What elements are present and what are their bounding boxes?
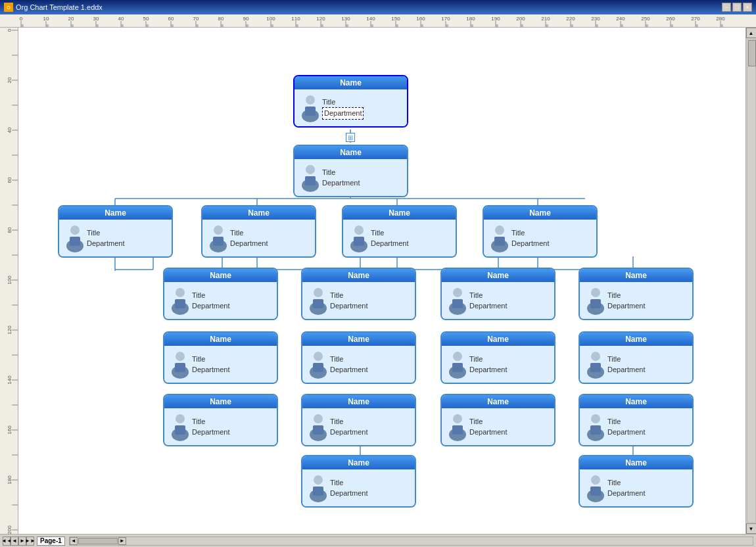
l3-11-avatar bbox=[446, 412, 469, 441]
l3-2-header: Name bbox=[302, 269, 415, 282]
horizontal-scrollbar[interactable]: ◄ ► bbox=[69, 536, 753, 546]
l2-2-node[interactable]: Name Title Department bbox=[201, 205, 316, 258]
l4-2-header: Name bbox=[580, 456, 692, 469]
svg-rect-406 bbox=[313, 299, 323, 308]
l1-node[interactable]: Name Title Department bbox=[293, 145, 408, 197]
close-button[interactable]: × bbox=[743, 3, 752, 12]
scroll-up-button[interactable]: ▲ bbox=[746, 28, 757, 38]
scroll-down-button[interactable]: ▼ bbox=[746, 523, 757, 534]
svg-text:10: 10 bbox=[43, 16, 49, 22]
l3-7-node[interactable]: Name Title Department bbox=[440, 331, 555, 384]
l3-10-info: Title Department bbox=[330, 416, 367, 438]
hscroll-left-button[interactable]: ◄ bbox=[70, 537, 78, 545]
page-nav[interactable]: ◄◄ ◄ ► ►► bbox=[3, 536, 34, 546]
svg-text:20: 20 bbox=[7, 77, 12, 83]
l3-6-node[interactable]: Name Title Department bbox=[301, 331, 416, 384]
l3-3-node[interactable]: Name Title Department bbox=[440, 268, 555, 320]
hscroll-thumb[interactable] bbox=[78, 538, 118, 544]
svg-text:200: 200 bbox=[516, 16, 525, 22]
l1-avatar bbox=[298, 163, 322, 192]
l2-4-avatar bbox=[488, 224, 511, 252]
l3-1-node[interactable]: Name Title Department bbox=[163, 268, 278, 320]
root-node-header: Name bbox=[295, 76, 407, 89]
svg-point-440 bbox=[591, 475, 600, 485]
nav-prev-button[interactable]: ◄ bbox=[11, 536, 18, 546]
l1-node-header: Name bbox=[295, 146, 407, 159]
l3-11-node[interactable]: Name Title Department bbox=[440, 394, 555, 446]
nav-last-button[interactable]: ►► bbox=[26, 536, 34, 546]
svg-rect-412 bbox=[590, 299, 601, 308]
svg-text:60: 60 bbox=[7, 177, 12, 183]
l3-10-body: Title Department bbox=[302, 408, 415, 445]
svg-point-431 bbox=[453, 414, 462, 423]
svg-text:70: 70 bbox=[193, 16, 199, 22]
svg-rect-427 bbox=[175, 425, 185, 435]
vertical-scrollbar[interactable]: ▲ ▼ bbox=[745, 28, 756, 534]
svg-text:150: 150 bbox=[391, 16, 400, 22]
l3-7-avatar bbox=[446, 350, 469, 379]
scroll-thumb[interactable] bbox=[748, 40, 756, 66]
l2-4-body: Title Department bbox=[484, 220, 596, 256]
l4-1-info: Title Department bbox=[330, 477, 367, 499]
maximize-button[interactable]: □ bbox=[732, 3, 742, 12]
l3-10-node[interactable]: Name Title Department bbox=[301, 394, 416, 446]
l3-3-info: Title Department bbox=[469, 290, 507, 312]
scroll-track[interactable] bbox=[747, 39, 756, 523]
svg-text:190: 190 bbox=[491, 16, 500, 22]
svg-text:30: 30 bbox=[93, 16, 99, 22]
svg-text:200: 200 bbox=[7, 525, 12, 534]
l3-12-node[interactable]: Name Title Department bbox=[579, 394, 694, 446]
l3-8-info: Title Department bbox=[607, 354, 645, 375]
l2-4-node[interactable]: Name Title Department bbox=[483, 205, 598, 258]
root-node[interactable]: Name Title Department bbox=[293, 75, 408, 128]
l3-4-node[interactable]: Name Title Department bbox=[579, 268, 694, 320]
nav-first-button[interactable]: ◄◄ bbox=[3, 536, 11, 546]
svg-rect-430 bbox=[313, 425, 323, 435]
l4-2-node[interactable]: Name Title Department bbox=[579, 455, 694, 508]
svg-point-407 bbox=[453, 288, 462, 297]
l4-1-node[interactable]: Name Title Department bbox=[301, 455, 416, 508]
svg-text:280: 280 bbox=[716, 16, 725, 22]
svg-rect-439 bbox=[313, 487, 323, 496]
page-tab[interactable]: Page-1 bbox=[37, 536, 65, 546]
l3-6-avatar bbox=[306, 350, 330, 379]
svg-rect-421 bbox=[452, 363, 463, 372]
l3-7-header: Name bbox=[442, 333, 554, 346]
svg-text:250: 250 bbox=[641, 16, 650, 22]
l2-2-body: Title Department bbox=[202, 220, 315, 256]
bottom-bar: ◄◄ ◄ ► ►► Page-1 ◄ ► bbox=[0, 534, 756, 547]
svg-point-434 bbox=[591, 414, 600, 423]
svg-point-389 bbox=[70, 226, 80, 235]
l3-2-node[interactable]: Name Title Department bbox=[301, 268, 416, 320]
l4-2-avatar bbox=[584, 473, 607, 502]
svg-text:50: 50 bbox=[143, 16, 149, 22]
svg-point-398 bbox=[495, 226, 504, 235]
svg-text:120: 120 bbox=[7, 325, 12, 335]
l2-1-node[interactable]: Name Title Department bbox=[58, 205, 173, 258]
minimize-button[interactable]: − bbox=[722, 3, 731, 12]
svg-point-437 bbox=[314, 475, 323, 485]
l3-4-avatar bbox=[584, 286, 607, 315]
l2-3-node[interactable]: Name Title Department bbox=[342, 205, 457, 258]
svg-text:20: 20 bbox=[68, 16, 74, 22]
l3-9-node[interactable]: Name Title Department bbox=[163, 394, 278, 446]
svg-rect-385 bbox=[305, 107, 316, 116]
l3-5-node[interactable]: Name Title Department bbox=[163, 331, 278, 384]
canvas-area[interactable]: Name Title Department ⊞ bbox=[18, 28, 745, 534]
hscroll-right-button[interactable]: ► bbox=[118, 537, 126, 545]
svg-point-404 bbox=[314, 288, 323, 297]
svg-point-428 bbox=[314, 414, 323, 423]
l3-2-body: Title Department bbox=[302, 282, 415, 319]
svg-text:260: 260 bbox=[666, 16, 675, 22]
expand-icon-root[interactable]: ⊞ bbox=[346, 133, 355, 142]
svg-point-395 bbox=[354, 226, 364, 235]
svg-text:140: 140 bbox=[7, 375, 12, 385]
svg-point-383 bbox=[306, 95, 315, 105]
l3-7-info: Title Department bbox=[469, 354, 507, 375]
svg-point-425 bbox=[176, 414, 185, 423]
l3-10-header: Name bbox=[302, 395, 415, 408]
l3-8-header: Name bbox=[580, 333, 692, 346]
l3-6-header: Name bbox=[302, 333, 415, 346]
l3-8-node[interactable]: Name Title Department bbox=[579, 331, 694, 384]
svg-text:100: 100 bbox=[7, 275, 12, 285]
